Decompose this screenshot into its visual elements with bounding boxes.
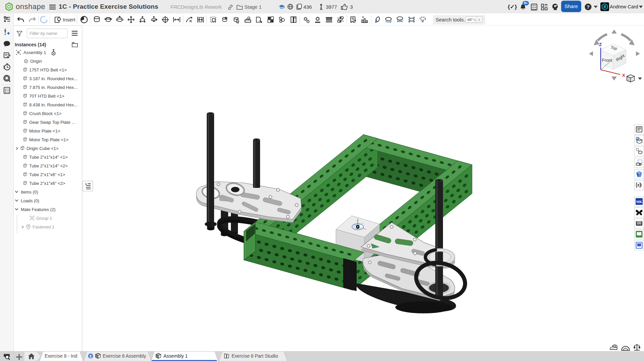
svg-text:X: X [622, 73, 625, 78]
svg-text:?: ? [587, 4, 590, 10]
svg-text:Z: Z [599, 42, 602, 47]
svg-text:MK: MK [636, 200, 642, 204]
svg-text:Front: Front [602, 58, 612, 63]
